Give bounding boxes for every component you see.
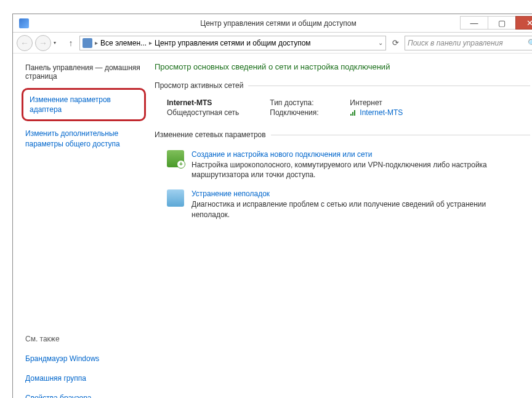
close-button[interactable]: ✕ bbox=[515, 16, 532, 30]
network-center-window: Центр управления сетями и общим доступом… bbox=[12, 14, 532, 398]
chevron-right-icon: ▸ bbox=[149, 39, 152, 46]
divider bbox=[271, 135, 530, 135]
search-icon: 🔍 bbox=[528, 39, 532, 47]
firewall-link[interactable]: Брандмауэр Windows bbox=[25, 354, 142, 363]
connection-link[interactable]: Internet-MTS bbox=[350, 108, 403, 117]
body: Панель управления — домашняя страница Из… bbox=[13, 54, 532, 398]
control-panel-home-link[interactable]: Панель управления — домашняя страница bbox=[25, 63, 142, 81]
breadcrumb-icon bbox=[83, 38, 92, 48]
troubleshoot-link[interactable]: Устранение неполадок bbox=[191, 189, 487, 198]
page-heading: Просмотр основных сведений о сети и наст… bbox=[155, 62, 530, 71]
troubleshoot-desc: Диагностика и исправление проблем с сеть… bbox=[191, 199, 487, 219]
window-title: Центр управления сетями и общим доступом bbox=[13, 19, 532, 28]
main-content: Просмотр основных сведений о сети и наст… bbox=[148, 54, 532, 398]
app-icon bbox=[19, 18, 29, 28]
access-type-label: Тип доступа: bbox=[270, 98, 331, 107]
maximize-button[interactable]: ▢ bbox=[488, 16, 516, 30]
new-connection-link[interactable]: Создание и настройка нового подключения … bbox=[191, 150, 487, 159]
connections-label: Подключения: bbox=[270, 108, 331, 117]
svg-rect-2 bbox=[354, 110, 355, 116]
highlighted-link-frame: Изменение параметров адаптера bbox=[22, 88, 146, 121]
refresh-button[interactable]: ⟳ bbox=[389, 38, 402, 47]
forward-button[interactable]: → bbox=[35, 35, 51, 51]
network-details: Тип доступа: Интернет Подключения: Inter… bbox=[270, 98, 403, 118]
svg-rect-1 bbox=[352, 112, 353, 116]
task-new-connection: Создание и настройка нового подключения … bbox=[155, 145, 530, 185]
breadcrumb[interactable]: ▸ Все элемен... ▸ Центр управления сетям… bbox=[79, 36, 386, 50]
change-settings-label: Изменение сетевых параметров bbox=[155, 130, 266, 139]
up-button[interactable]: ↑ bbox=[65, 38, 77, 48]
titlebar: Центр управления сетями и общим доступом… bbox=[13, 14, 532, 33]
active-network: Internet-MTS Общедоступная сеть Тип дост… bbox=[155, 96, 530, 127]
divider bbox=[248, 86, 530, 86]
see-also-label: См. также bbox=[25, 335, 142, 343]
breadcrumb-item[interactable]: Все элемен... bbox=[100, 39, 147, 47]
chevron-right-icon: ▸ bbox=[95, 39, 98, 46]
advanced-sharing-link[interactable]: Изменить дополнительные параметры общего… bbox=[25, 129, 142, 148]
svg-rect-0 bbox=[350, 114, 352, 116]
network-name: Internet-MTS bbox=[167, 98, 239, 107]
back-button[interactable]: ← bbox=[17, 35, 33, 51]
troubleshoot-icon bbox=[167, 189, 184, 207]
sidebar: Панель управления — домашняя страница Из… bbox=[13, 54, 148, 398]
new-connection-desc: Настройка широкополосного, коммутируемог… bbox=[191, 160, 487, 180]
minimize-button[interactable]: — bbox=[460, 16, 488, 30]
access-type-value: Интернет bbox=[350, 98, 382, 107]
breadcrumb-dropdown[interactable]: ⌄ bbox=[378, 39, 383, 46]
new-connection-icon bbox=[167, 150, 184, 167]
nav-history-dropdown[interactable]: ▾ bbox=[54, 40, 62, 46]
browser-properties-link[interactable]: Свойства браузера bbox=[25, 394, 142, 398]
task-troubleshoot: Устранение неполадок Диагностика и испра… bbox=[155, 185, 530, 224]
navbar: ← → ▾ ↑ ▸ Все элемен... ▸ Центр управлен… bbox=[13, 33, 532, 54]
adapter-settings-link[interactable]: Изменение параметров адаптера bbox=[30, 95, 138, 114]
wifi-signal-icon bbox=[350, 109, 357, 116]
homegroup-link[interactable]: Домашняя группа bbox=[25, 374, 142, 383]
network-type: Общедоступная сеть bbox=[167, 108, 239, 117]
breadcrumb-item[interactable]: Центр управления сетями и общим доступом bbox=[155, 39, 311, 47]
active-networks-label: Просмотр активных сетей bbox=[155, 81, 243, 90]
search-placeholder: Поиск в панели управления bbox=[408, 39, 503, 47]
connection-name: Internet-MTS bbox=[360, 108, 403, 117]
network-summary: Internet-MTS Общедоступная сеть bbox=[167, 98, 239, 118]
search-input[interactable]: Поиск в панели управления 🔍 bbox=[405, 36, 532, 50]
